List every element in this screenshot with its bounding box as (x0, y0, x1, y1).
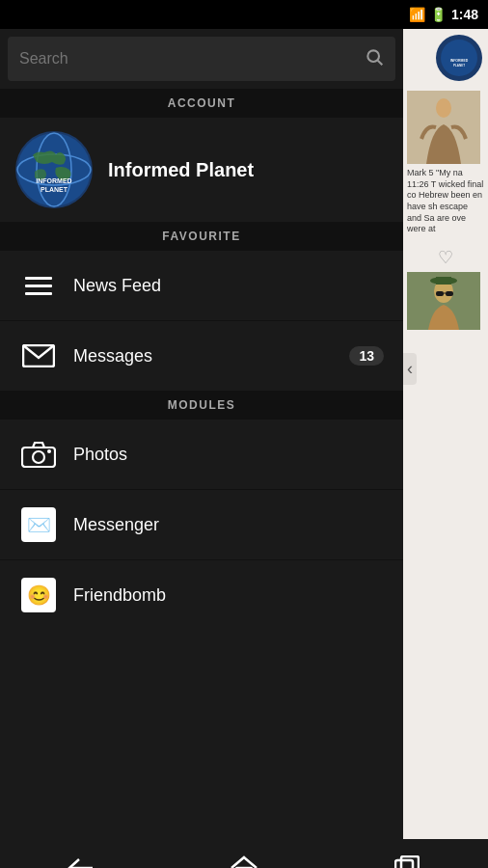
right-panel-avatar[interactable]: INFORMED PLANET (436, 35, 482, 81)
messages-badge: 13 (349, 346, 384, 366)
search-icon (365, 47, 384, 71)
drawer: ACCOUNT INFORMED PLANET Informed P (0, 29, 403, 839)
menu-item-messages[interactable]: Messages 13 (0, 321, 403, 391)
right-panel-header: INFORMED PLANET (403, 29, 488, 87)
menu-item-messenger[interactable]: ✉️ Messenger (0, 490, 403, 559)
svg-point-10 (47, 449, 51, 453)
messenger-label: Messenger (73, 515, 384, 535)
friendbomb-label: Friendbomb (73, 585, 384, 606)
svg-text:INFORMED: INFORMED (450, 59, 469, 63)
account-row[interactable]: INFORMED PLANET Informed Planet (0, 118, 403, 222)
nav-recents-button[interactable] (378, 849, 436, 868)
battery-icon: 🔋 (430, 7, 447, 22)
right-panel-image-1 (407, 91, 480, 164)
svg-point-11 (441, 40, 477, 76)
svg-text:PLANET: PLANET (41, 186, 68, 193)
svg-text:PLANET: PLANET (453, 64, 465, 68)
svg-rect-19 (436, 277, 451, 285)
wifi-icon: 📶 (409, 7, 425, 22)
heart-icon[interactable]: ♡ (407, 243, 484, 272)
status-bar: 📶 🔋 1:48 (0, 0, 488, 29)
camera-icon (19, 435, 58, 474)
friendbomb-icon: 😊 (19, 576, 58, 614)
newsfeed-label: News Feed (73, 276, 384, 296)
nav-home-button[interactable] (215, 849, 273, 868)
photos-label: Photos (73, 445, 384, 465)
panel-back-arrow[interactable]: ‹ (403, 353, 417, 385)
svg-text:INFORMED: INFORMED (36, 177, 71, 184)
right-panel-content: Mark 5 "My na 11:26 T wicked final co He… (403, 87, 488, 334)
nav-back-button[interactable] (52, 849, 110, 868)
svg-rect-20 (436, 291, 444, 296)
messages-label: Messages (73, 346, 349, 366)
messenger-icon: ✉️ (19, 505, 58, 544)
svg-point-15 (436, 98, 451, 118)
svg-point-0 (367, 50, 379, 62)
svg-line-1 (378, 60, 383, 65)
status-icons: 📶 🔋 1:48 (409, 7, 478, 22)
svg-rect-21 (446, 291, 453, 296)
status-time: 1:48 (451, 7, 478, 22)
right-panel-text: Mark 5 "My na 11:26 T wicked final co He… (407, 168, 484, 235)
menu-item-friendbomb[interactable]: 😊 Friendbomb (0, 560, 403, 630)
account-name: Informed Planet (108, 159, 254, 181)
main-layout: ACCOUNT INFORMED PLANET Informed P (0, 29, 488, 839)
avatar: INFORMED PLANET (15, 131, 93, 208)
account-section-header: ACCOUNT (0, 89, 403, 118)
search-input[interactable] (19, 50, 365, 68)
right-panel-image-2 (407, 272, 480, 330)
svg-rect-26 (401, 856, 419, 868)
nav-bar (0, 839, 488, 868)
hamburger-icon (19, 266, 58, 305)
envelope-icon (19, 337, 58, 375)
search-bar[interactable] (8, 37, 395, 81)
modules-section-header: MODULES (0, 391, 403, 420)
right-panel: ‹ INFORMED PLANET (403, 29, 488, 839)
svg-point-2 (17, 133, 91, 206)
menu-item-photos[interactable]: Photos (0, 420, 403, 489)
svg-point-9 (33, 451, 44, 463)
svg-rect-25 (395, 860, 413, 868)
favourite-section-header: FAVOURITE (0, 222, 403, 251)
menu-item-newsfeed[interactable]: News Feed (0, 251, 403, 320)
